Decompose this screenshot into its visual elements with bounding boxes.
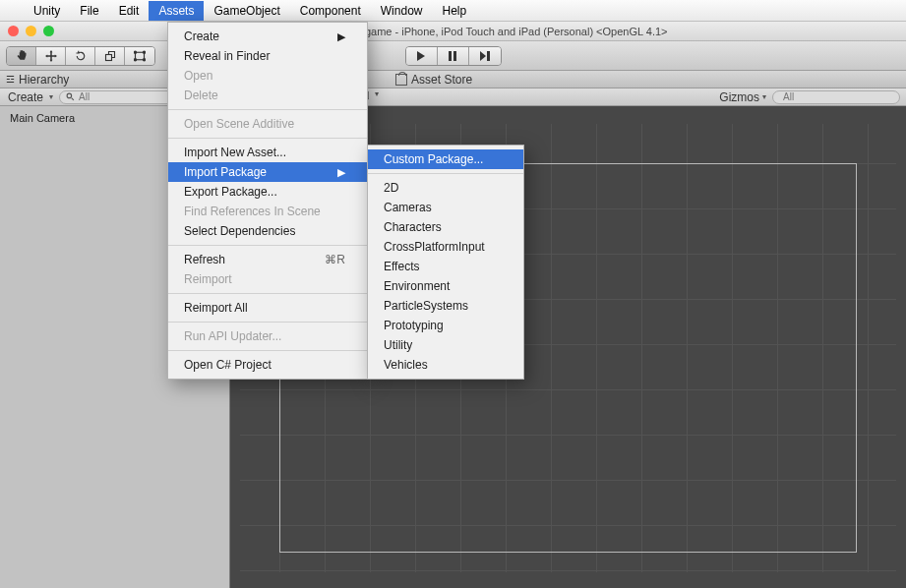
search-icon — [66, 92, 75, 101]
pause-button[interactable] — [438, 47, 469, 65]
assets-menu-separator — [168, 293, 367, 294]
svg-point-3 — [143, 51, 145, 53]
assets-menu-separator — [168, 138, 367, 139]
scene-search-input[interactable] — [783, 91, 906, 102]
assets-menu-item: Find References In Scene — [168, 202, 367, 221]
menu-help[interactable]: Help — [432, 1, 476, 21]
submenu-separator — [368, 173, 523, 174]
rect-tool-button[interactable] — [125, 47, 154, 65]
assets-menu-item-label: Create — [184, 29, 219, 43]
close-window-button[interactable] — [8, 26, 19, 36]
effects-chevron-icon[interactable]: ▾ — [375, 89, 379, 104]
submenu-item-label: Characters — [384, 220, 442, 234]
submenu-item[interactable]: Characters — [368, 217, 523, 237]
assets-menu-item-label: Find References In Scene — [184, 205, 321, 218]
assets-menu-item-label: Import Package — [184, 165, 267, 179]
submenu-item-label: 2D — [384, 181, 398, 195]
submenu-item-label: Cameras — [384, 201, 432, 214]
submenu-item-label: CrossPlatformInput — [384, 240, 485, 254]
svg-point-9 — [67, 93, 72, 98]
menu-assets[interactable]: Assets — [149, 1, 204, 21]
move-tool-button[interactable] — [36, 47, 66, 65]
assets-menu-item[interactable]: Import New Asset... — [168, 143, 367, 162]
submenu-item[interactable]: Cameras — [368, 198, 523, 217]
asset-store-icon — [395, 74, 407, 86]
transform-tools — [6, 46, 155, 66]
assets-menu-item-label: Delete — [184, 88, 218, 102]
submenu-item[interactable]: Utility — [368, 335, 523, 355]
submenu-item[interactable]: Effects — [368, 257, 523, 276]
rotate-tool-button[interactable] — [66, 47, 95, 65]
menu-shortcut: ⌘R — [325, 253, 345, 266]
step-button[interactable] — [469, 47, 501, 65]
minimize-window-button[interactable] — [26, 26, 36, 36]
svg-rect-0 — [105, 54, 111, 60]
menu-gameobject[interactable]: GameObject — [204, 1, 289, 21]
play-button[interactable] — [406, 47, 438, 65]
menu-edit[interactable]: Edit — [109, 1, 150, 21]
menu-component[interactable]: Component — [290, 1, 371, 21]
assets-menu-item[interactable]: Open C# Project — [168, 355, 367, 375]
svg-line-10 — [72, 98, 74, 100]
menu-window[interactable]: Window — [371, 1, 433, 21]
submenu-item-label: Prototyping — [384, 319, 444, 332]
submenu-item[interactable]: CrossPlatformInput — [368, 237, 523, 257]
svg-point-4 — [134, 58, 136, 60]
submenu-arrow-icon: ▶ — [337, 166, 345, 179]
traffic-lights — [8, 26, 54, 36]
assets-menu-item: Open — [168, 66, 367, 86]
svg-rect-6 — [449, 51, 452, 61]
submenu-item-label: Utility — [384, 338, 412, 352]
chevron-down-icon: ▾ — [49, 92, 53, 101]
assets-menu-item-label: Open C# Project — [184, 358, 272, 372]
assets-menu-separator — [168, 350, 367, 351]
tab-asset-store[interactable]: Asset Store — [395, 73, 472, 87]
assets-menu-item-label: Open — [184, 69, 212, 83]
tab-asset-store-label: Asset Store — [411, 73, 472, 87]
gizmos-dropdown[interactable]: Gizmos▾ — [713, 90, 772, 104]
submenu-item-label: Custom Package... — [384, 152, 483, 166]
submenu-item-label: Vehicles — [384, 358, 428, 372]
window-titlebar: Untitled.unity - ua-sample-game - iPhone… — [0, 22, 906, 41]
assets-menu-item-label: Open Scene Additive — [184, 117, 294, 131]
assets-menu-item: Delete — [168, 86, 367, 105]
assets-menu-item[interactable]: Select Dependencies — [168, 221, 367, 241]
assets-menu-item-label: Export Package... — [184, 185, 277, 199]
assets-menu-item[interactable]: Refresh⌘R — [168, 250, 367, 269]
svg-rect-1 — [136, 52, 145, 60]
assets-menu-item-label: Reimport All — [184, 301, 248, 315]
gizmos-label: Gizmos — [719, 90, 759, 104]
submenu-item[interactable]: ParticleSystems — [368, 296, 523, 316]
assets-menu-item-label: Import New Asset... — [184, 146, 286, 159]
assets-menu-separator — [168, 109, 367, 110]
assets-menu-item[interactable]: Reveal in Finder — [168, 46, 367, 66]
assets-menu-item: Open Scene Additive — [168, 114, 367, 134]
assets-menu-item[interactable]: Import Package▶ — [168, 162, 367, 182]
hierarchy-tab-label: Hierarchy — [19, 73, 69, 87]
submenu-item[interactable]: Prototyping — [368, 316, 523, 335]
submenu-item-label: Environment — [384, 279, 450, 293]
scale-tool-button[interactable] — [95, 47, 125, 65]
menu-file[interactable]: File — [70, 1, 108, 21]
hierarchy-create-button[interactable]: Create — [0, 90, 49, 104]
editor-toolbar — [0, 41, 906, 71]
submenu-item-label: Effects — [384, 260, 419, 273]
zoom-window-button[interactable] — [43, 26, 54, 36]
assets-menu-item[interactable]: Create▶ — [168, 27, 367, 46]
submenu-arrow-icon: ▶ — [337, 30, 345, 43]
submenu-item[interactable]: Environment — [368, 276, 523, 296]
submenu-item-label: ParticleSystems — [384, 299, 468, 313]
assets-menu-item[interactable]: Reimport All — [168, 298, 367, 318]
submenu-item[interactable]: Vehicles — [368, 355, 523, 375]
assets-menu-separator — [168, 245, 367, 246]
assets-menu-item-label: Reimport — [184, 272, 232, 286]
submenu-item[interactable]: 2D — [368, 178, 523, 198]
scene-search[interactable] — [772, 90, 900, 104]
svg-point-2 — [134, 51, 136, 53]
hand-tool-button[interactable] — [7, 47, 36, 65]
svg-rect-7 — [453, 51, 456, 61]
menu-unity[interactable]: Unity — [24, 1, 70, 21]
play-controls — [405, 46, 502, 66]
assets-menu-item[interactable]: Export Package... — [168, 182, 367, 202]
submenu-item[interactable]: Custom Package... — [368, 149, 523, 169]
